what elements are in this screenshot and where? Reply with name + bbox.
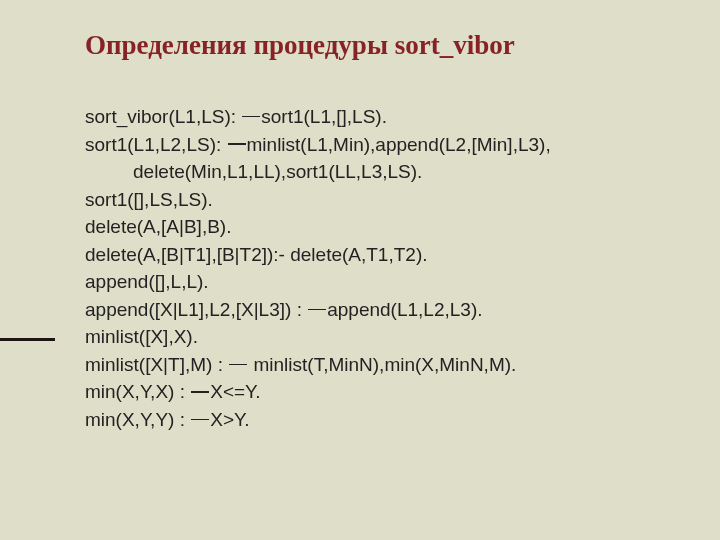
code-text: sort1(L1,[],LS). — [261, 106, 387, 127]
accent-bar — [0, 338, 55, 341]
code-line: append([X|L1],L2,[X|L3]) : append(L1,L2,… — [85, 296, 670, 324]
code-line: minlist([X],X). — [85, 323, 670, 351]
code-line: min(X,Y,Y) : X>Y. — [85, 406, 670, 434]
code-text: delete(Min,L1,LL),sort1(LL,L3,LS). — [133, 161, 422, 182]
code-text: minlist(T,MinN),min(X,MinN,M). — [248, 354, 516, 375]
code-text: append(L1,L2,L3). — [327, 299, 482, 320]
code-line: delete(A,[B|T1],[B|T2]):- delete(A,T1,T2… — [85, 241, 670, 269]
code-text: minlist(L1,Min),append(L2,[Min],L3), — [247, 134, 551, 155]
code-block: sort_vibor(L1,LS): sort1(L1,[],LS).sort1… — [85, 103, 670, 434]
code-line: sort_vibor(L1,LS): sort1(L1,[],LS). — [85, 103, 670, 131]
code-text: sort_vibor(L1,LS): — [85, 106, 241, 127]
code-text: delete(A,[B|T1],[B|T2]):- delete(A,T1,T2… — [85, 244, 428, 265]
code-text: append([],L,L). — [85, 271, 209, 292]
code-text: minlist([X|T],M) : — [85, 354, 228, 375]
long-dash-icon — [308, 309, 326, 311]
code-line: append([],L,L). — [85, 268, 670, 296]
code-line: min(X,Y,X) : X<=Y. — [85, 378, 670, 406]
code-text: sort1([],LS,LS). — [85, 189, 213, 210]
long-dash-icon — [228, 143, 246, 145]
code-text: minlist([X],X). — [85, 326, 198, 347]
code-line: sort1([],LS,LS). — [85, 186, 670, 214]
long-dash-icon — [191, 391, 209, 393]
code-text: append([X|L1],L2,[X|L3]) : — [85, 299, 307, 320]
code-text: min(X,Y,Y) : — [85, 409, 190, 430]
code-text: X<=Y. — [210, 381, 260, 402]
code-line: delete(A,[A|B],B). — [85, 213, 670, 241]
code-line: delete(Min,L1,LL),sort1(LL,L3,LS). — [133, 158, 670, 186]
code-line: minlist([X|T],M) : minlist(T,MinN),min(X… — [85, 351, 670, 379]
code-text: delete(A,[A|B],B). — [85, 216, 231, 237]
long-dash-icon — [191, 419, 209, 421]
code-text: sort1(L1,L2,LS): — [85, 134, 227, 155]
slide: Определения процедуры sort_vibor sort_vi… — [0, 0, 720, 540]
long-dash-icon — [229, 364, 247, 366]
slide-title: Определения процедуры sort_vibor — [85, 30, 670, 61]
code-text: min(X,Y,X) : — [85, 381, 190, 402]
long-dash-icon — [242, 116, 260, 118]
code-text: X>Y. — [210, 409, 249, 430]
code-line: sort1(L1,L2,LS): minlist(L1,Min),append(… — [85, 131, 670, 159]
